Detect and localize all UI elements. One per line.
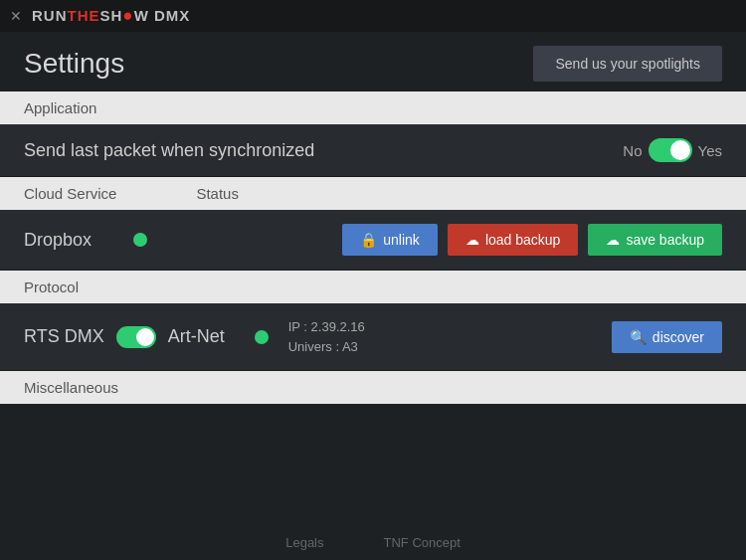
header: Settings Send us your spotlights bbox=[0, 32, 746, 92]
legals-link[interactable]: Legals bbox=[285, 535, 323, 550]
toggle-no-label: No bbox=[623, 142, 642, 159]
toggle-knob bbox=[670, 140, 690, 160]
rts-dmx-label: RTS DMX bbox=[24, 326, 104, 347]
cloud-action-buttons: 🔒 unlink ☁ load backup ☁ save backup bbox=[342, 224, 722, 256]
dropbox-label: Dropbox bbox=[24, 230, 113, 251]
ip-info: IP : 2.39.2.16 Univers : A3 bbox=[288, 317, 365, 356]
miscellaneous-section-header: Miscellaneous bbox=[0, 371, 746, 404]
close-button[interactable]: ✕ bbox=[10, 8, 22, 24]
application-section-header: Application bbox=[0, 92, 746, 124]
titlebar: ✕ RUNTHESH●W DMX bbox=[0, 0, 746, 32]
spotlights-button[interactable]: Send us your spotlights bbox=[533, 46, 722, 82]
sync-toggle[interactable] bbox=[649, 138, 692, 162]
cloud-service-label: Cloud Service bbox=[24, 185, 116, 202]
sync-label: Send last packet when synchronized bbox=[24, 140, 314, 161]
protocol-toggle-knob bbox=[136, 328, 154, 346]
load-backup-button[interactable]: ☁ load backup bbox=[448, 224, 579, 256]
save-backup-button[interactable]: ☁ save backup bbox=[588, 224, 722, 256]
app-logo: RUNTHESH●W DMX bbox=[32, 6, 190, 26]
page-title: Settings bbox=[24, 48, 124, 80]
protocol-row: RTS DMX Art-Net IP : 2.39.2.16 Univers :… bbox=[0, 303, 746, 371]
cloud-status-label: Status bbox=[196, 185, 239, 202]
dropbox-row: Dropbox 🔒 unlink ☁ load backup ☁ save ba… bbox=[0, 210, 746, 271]
protocol-toggle[interactable] bbox=[116, 326, 156, 348]
toggle-yes-label: Yes bbox=[698, 142, 722, 159]
cloud-upload-icon: ☁ bbox=[466, 232, 479, 248]
discover-button[interactable]: 🔍 discover bbox=[612, 321, 722, 353]
footer: Legals TNF Concept bbox=[0, 535, 746, 550]
tnf-link[interactable]: TNF Concept bbox=[384, 535, 461, 550]
protocol-section-header: Protocol bbox=[0, 271, 746, 303]
unlink-button[interactable]: 🔒 unlink bbox=[342, 224, 438, 256]
sync-toggle-group: No Yes bbox=[623, 138, 722, 162]
art-net-label: Art-Net bbox=[168, 326, 225, 347]
cloud-download-icon: ☁ bbox=[606, 232, 620, 248]
cloud-service-section-header: Cloud Service Status bbox=[0, 177, 746, 210]
lock-icon: 🔒 bbox=[360, 232, 377, 248]
sync-setting-row: Send last packet when synchronized No Ye… bbox=[0, 124, 746, 177]
search-icon: 🔍 bbox=[630, 329, 647, 345]
protocol-status-dot bbox=[255, 330, 269, 344]
dropbox-status-dot bbox=[133, 233, 147, 247]
